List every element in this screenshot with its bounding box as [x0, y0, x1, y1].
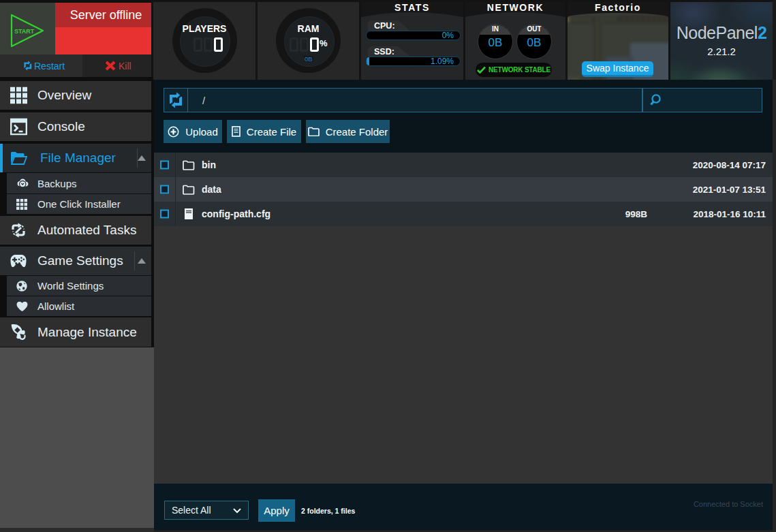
svg-text:START: START	[14, 28, 35, 35]
